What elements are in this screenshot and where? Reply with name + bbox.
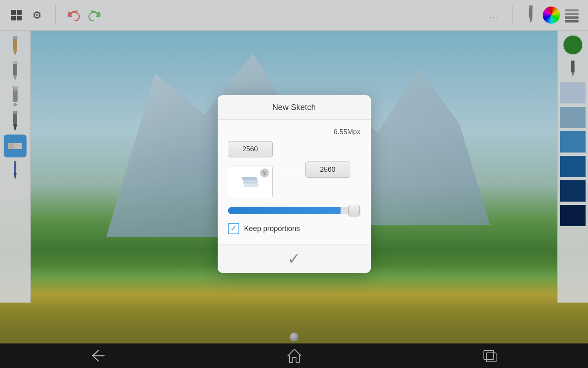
modal-body: 6.55Mpx 2560 3	[218, 120, 371, 245]
height-input[interactable]: 2560	[305, 162, 350, 178]
size-slider-track[interactable]	[228, 207, 361, 214]
width-input[interactable]: 2560	[228, 141, 273, 157]
size-slider-container	[228, 204, 361, 217]
confirm-button[interactable]: ✓	[287, 251, 301, 267]
dimension-area: 2560 3	[228, 141, 361, 198]
keep-proportions-label: Keep proportions	[244, 224, 300, 233]
dim-connector	[250, 159, 250, 164]
dim-left-group: 2560 3	[228, 141, 273, 198]
modal-footer: ✓	[218, 245, 371, 273]
megapixels-display: 6.55Mpx	[228, 128, 361, 136]
layers-stack-icon	[243, 176, 258, 188]
dim-right-group: 2560	[281, 162, 350, 178]
keep-proportions-checkbox[interactable]: ✓	[228, 223, 239, 234]
modal-header: New Sketch	[218, 95, 371, 120]
horizontal-connector	[281, 170, 301, 170]
layers-box[interactable]: 3	[228, 166, 273, 198]
layer-count-badge: 3	[260, 168, 269, 177]
size-slider-thumb[interactable]	[348, 205, 360, 216]
modal-overlay: New Sketch 6.55Mpx 2560 3	[0, 0, 588, 368]
confirm-checkmark: ✓	[287, 250, 301, 267]
keep-proportions-row: ✓ Keep proportions	[228, 223, 361, 234]
modal-title: New Sketch	[272, 103, 316, 112]
checkbox-checkmark: ✓	[230, 224, 236, 233]
new-sketch-dialog: New Sketch 6.55Mpx 2560 3	[218, 95, 371, 273]
